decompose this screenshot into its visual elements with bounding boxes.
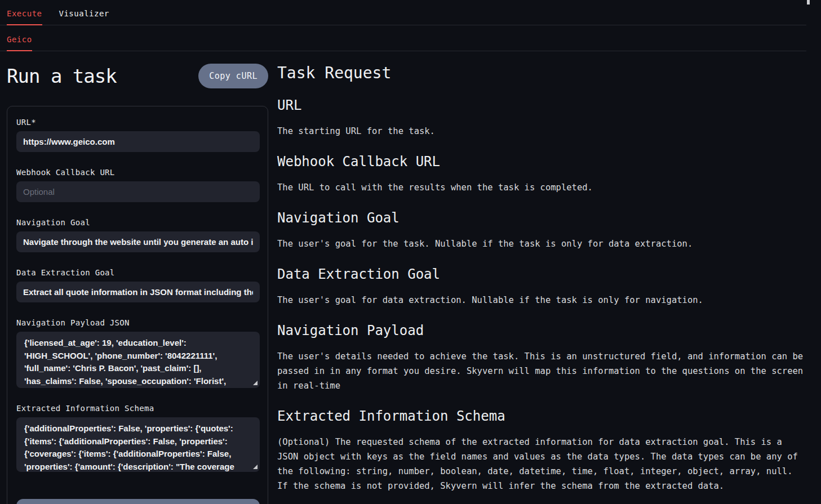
field-navigation-goal: Navigation Goal [16,218,259,252]
field-url: URL* [16,118,259,152]
webhook-input[interactable] [16,181,260,202]
tab-visualizer[interactable]: Visualizer [59,0,109,25]
task-form-card: URL* Webhook Callback URL Navigation Goa… [7,106,268,504]
doc-heading: URL [277,97,806,113]
navigation-goal-label: Navigation Goal [16,218,259,227]
field-data-extraction-goal: Data Extraction Goal [16,268,259,302]
main-content: Run a task Copy cURL URL* Webhook Callba… [0,51,806,504]
doc-section-webhook: Webhook Callback URL The URL to call wit… [277,154,806,195]
extracted-schema-textarea[interactable]: {'additionalProperties': False, 'propert… [16,417,260,472]
resize-handle-icon[interactable] [253,381,258,385]
page-title: Run a task [7,65,117,87]
doc-section-extracted-schema: Extracted Information Schema (Optional) … [277,408,806,493]
docs-title: Task Request [277,64,806,82]
doc-heading: Webhook Callback URL [277,154,806,170]
doc-heading: Extracted Information Schema [277,408,806,424]
resize-handle-icon[interactable] [253,465,258,469]
webhook-label: Webhook Callback URL [16,168,259,177]
execute-task-button[interactable]: Execute Task [16,499,260,504]
sub-tabbar: Geico [0,25,806,51]
url-label: URL* [16,118,259,127]
doc-body: The user's details needed to achieve the… [277,349,806,393]
doc-body: The starting URL for the task. [277,124,806,139]
field-extracted-schema: Extracted Information Schema {'additiona… [16,404,259,472]
copy-curl-button[interactable]: Copy cURL [198,64,268,88]
main-tabbar: Execute Visualizer [0,0,806,25]
page: Execute Visualizer Geico Run a task Copy… [0,0,806,504]
doc-heading: Navigation Goal [277,210,806,226]
data-extraction-goal-label: Data Extraction Goal [16,268,259,277]
subtab-geico[interactable]: Geico [7,25,32,51]
navigation-payload-textarea[interactable]: {'licensed_at_age': 19, 'education_level… [16,332,260,388]
doc-heading: Data Extraction Goal [277,266,806,282]
navigation-payload-label: Navigation Payload JSON [16,318,259,327]
navigation-goal-input[interactable] [16,231,260,252]
doc-section-navigation-payload: Navigation Payload The user's details ne… [277,323,806,393]
doc-body: (Optional) The requested schema of the e… [277,435,806,493]
field-webhook: Webhook Callback URL [16,168,259,202]
doc-body: The user's goal for data extraction. Nul… [277,293,806,307]
doc-body: The URL to call with the results when th… [277,180,806,195]
data-extraction-goal-input[interactable] [16,282,260,302]
scrollbar-thumb[interactable] [807,0,810,5]
run-task-panel: Run a task Copy cURL URL* Webhook Callba… [7,63,268,504]
doc-heading: Navigation Payload [277,323,806,338]
doc-body: The user's goal for the task. Nullable i… [277,237,806,251]
task-request-docs: Task Request URL The starting URL for th… [277,63,806,493]
doc-section-data-extraction-goal: Data Extraction Goal The user's goal for… [277,266,806,307]
run-task-header: Run a task Copy cURL [7,63,268,90]
doc-section-url: URL The starting URL for the task. [277,97,806,139]
field-navigation-payload: Navigation Payload JSON {'licensed_at_ag… [16,318,259,388]
extracted-schema-label: Extracted Information Schema [16,404,259,413]
doc-section-navigation-goal: Navigation Goal The user's goal for the … [277,210,806,251]
url-input[interactable] [16,131,260,152]
tab-execute[interactable]: Execute [7,0,42,25]
